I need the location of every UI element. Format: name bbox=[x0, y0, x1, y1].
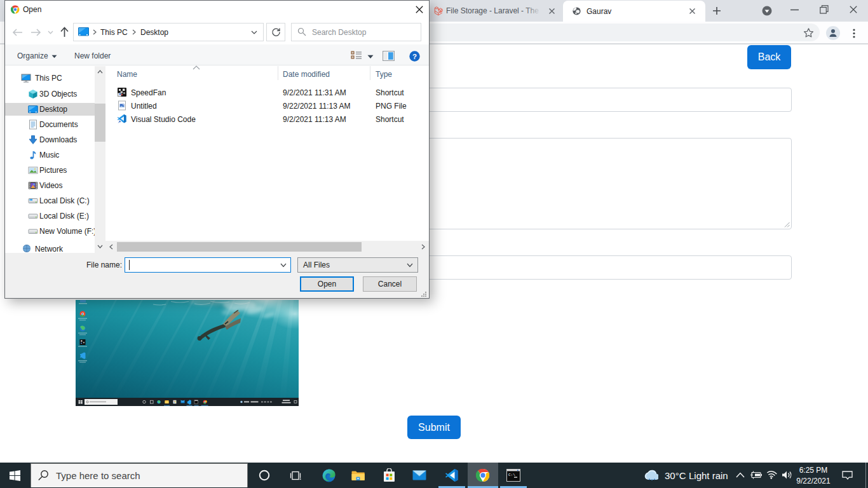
svg-text:?: ? bbox=[412, 53, 417, 60]
svg-text:C:\: C:\ bbox=[508, 473, 515, 477]
